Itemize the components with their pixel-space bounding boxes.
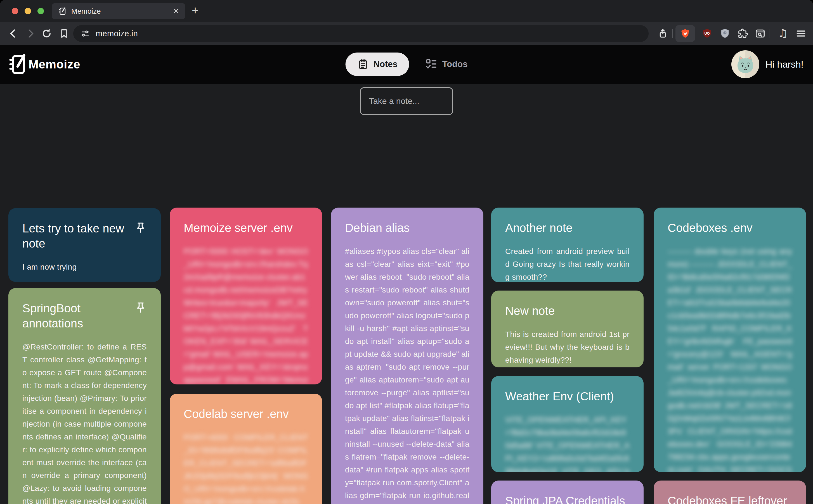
note-card[interactable]: Weather Env (Client) VITE_OPENWEATHER_AP… <box>491 376 644 472</box>
toolbar-divider <box>769 29 769 38</box>
note-title: Spring JPA Credentials <box>505 493 630 504</box>
share-icon[interactable] <box>658 28 668 39</box>
checklist-icon <box>425 58 438 71</box>
note-title: Codelab server .env <box>184 406 308 422</box>
reload-icon[interactable] <box>41 28 52 39</box>
avatar[interactable] <box>731 50 759 78</box>
url-text: memoize.in <box>96 29 138 38</box>
site-settings-tune-icon[interactable] <box>80 29 90 38</box>
brave-shields-button[interactable] <box>676 25 695 42</box>
toolbar-divider <box>672 29 673 38</box>
browser-window: Memoize ✕ + memoize.in <box>0 0 813 504</box>
note-title: Debian alias <box>345 220 470 236</box>
note-card[interactable]: Debian alias #aliases #typos alias cls="… <box>331 208 484 504</box>
back-icon[interactable] <box>8 28 18 39</box>
tab-favicon-notebook-icon <box>58 7 67 16</box>
tab-title: Memoize <box>71 7 173 16</box>
view-switcher: Notes Todos <box>345 45 468 84</box>
browser-tab[interactable]: Memoize ✕ <box>52 3 185 19</box>
browser-toolbar: memoize.in UO <box>0 22 813 45</box>
extensions-puzzle-icon[interactable] <box>738 28 748 39</box>
user-greeting: Hi harsh! <box>765 59 803 70</box>
close-window-button[interactable] <box>12 8 18 14</box>
note-title: Codeboxes FE leftover steps <box>668 493 792 504</box>
redacted-text: --------- double keys (not using anymore… <box>668 245 792 472</box>
maximize-window-button[interactable] <box>37 8 44 14</box>
note-title: Lets try to take new note <box>22 221 131 251</box>
note-body: @RestController: to define a REST contro… <box>22 341 147 504</box>
note-card[interactable]: New note This is created from android 1s… <box>491 291 644 367</box>
privacy-shield-icon[interactable] <box>720 28 730 39</box>
menu-hamburger-icon[interactable] <box>796 28 806 39</box>
note-title: SpringBoot annotations <box>22 301 131 331</box>
svg-text:UO: UO <box>705 32 710 35</box>
minimize-window-button[interactable] <box>25 8 31 14</box>
brand-name: Memoize <box>29 58 80 71</box>
note-card[interactable]: Spring JPA Credentials spring.applicatio… <box>491 481 644 504</box>
memoize-logo[interactable]: Memoize <box>8 50 80 78</box>
note-title: Memoize server .env <box>184 220 308 236</box>
search-tabs-icon[interactable] <box>755 28 765 39</box>
redacted-text: VITE_OPENWEATHER_API_KEY='f8d2c79ba3bd4e… <box>505 413 630 472</box>
note-card[interactable]: Memoize server .env PORT=5000 HOST='dev'… <box>170 208 322 384</box>
note-title: Weather Env (Client) <box>505 389 630 404</box>
note-card[interactable]: Lets try to take new note I am now tryin… <box>8 208 161 282</box>
tab-notes[interactable]: Notes <box>345 53 409 76</box>
note-title: Codeboxes .env <box>668 220 792 236</box>
tab-notes-label: Notes <box>373 59 397 69</box>
note-card[interactable]: SpringBoot annotations @RestController: … <box>8 288 161 504</box>
new-tab-button[interactable]: + <box>192 4 199 17</box>
browser-tab-bar: Memoize ✕ + <box>0 0 813 22</box>
redacted-text: PORT=5000 HOST='dev' MONGO_URI='mongodb+… <box>184 245 308 384</box>
take-note-input[interactable] <box>360 87 453 115</box>
notes-board: Lets try to take new note I am now tryin… <box>0 84 813 504</box>
notebook-pen-icon <box>8 50 26 78</box>
bookmark-icon[interactable] <box>59 28 69 39</box>
note-card[interactable]: Codeboxes FE leftover steps 1. Write ser… <box>654 481 806 504</box>
note-card[interactable]: Codeboxes .env --------- double keys (no… <box>654 208 806 472</box>
note-card[interactable]: Codelab server .env PORT=4000 COMPILER_C… <box>170 394 322 504</box>
note-body: This is created from android 1st preview… <box>505 328 630 367</box>
pin-icon[interactable] <box>134 222 147 234</box>
note-body: #aliases #typos alias cls="clear" alias … <box>345 245 470 504</box>
app-header: Memoize Notes <box>0 45 813 84</box>
media-music-icon[interactable]: ♫ <box>778 27 788 40</box>
note-card[interactable]: Another note Created from android previe… <box>491 208 644 282</box>
user-area[interactable]: Hi harsh! <box>731 45 803 84</box>
forward-icon[interactable] <box>25 28 36 39</box>
note-title: Another note <box>505 220 630 236</box>
redacted-text: PORT=4000 COMPILER_CLIENT_ID='6fd9s8dfDF… <box>184 433 308 504</box>
tab-todos[interactable]: Todos <box>425 58 468 71</box>
notepad-icon <box>357 58 369 70</box>
note-body: Created from android preview build Going… <box>505 245 630 282</box>
note-body: I am now trying <box>22 261 147 274</box>
url-bar[interactable]: memoize.in <box>73 25 649 42</box>
tab-close-icon[interactable]: ✕ <box>173 7 179 16</box>
ublock-origin-icon[interactable]: UO <box>702 28 712 39</box>
brave-lion-icon <box>680 28 691 39</box>
tab-todos-label: Todos <box>442 59 468 69</box>
pin-icon[interactable] <box>134 301 147 314</box>
note-title: New note <box>505 303 630 318</box>
